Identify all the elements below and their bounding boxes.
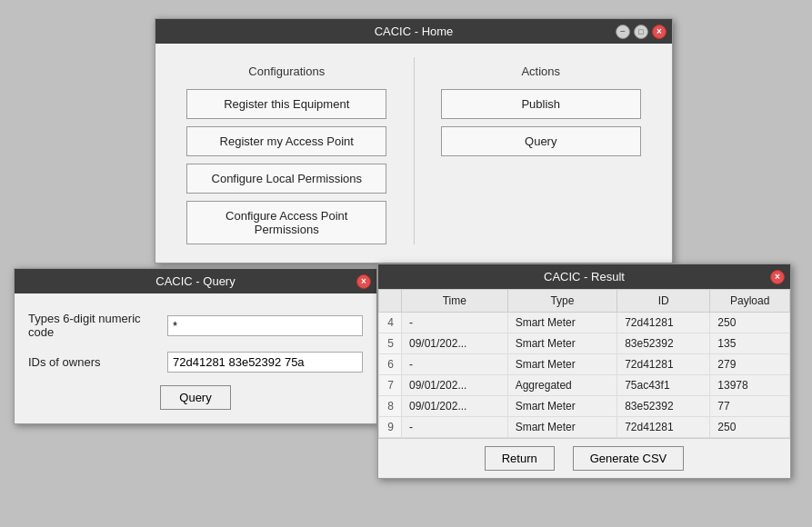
col-num-header [379,290,402,313]
result-window: CACIC - Result Time Type ID Payload [377,264,791,479]
home-minimize-button[interactable] [616,25,630,39]
result-table-container[interactable]: Time Type ID Payload 4 - Smart Meter 72d… [378,289,790,439]
cell-payload: 250 [710,417,790,438]
home-window-controls [616,25,667,39]
cell-type: Smart Meter [507,396,617,417]
cell-type: Smart Meter [507,354,617,375]
query-home-button[interactable]: Query [441,126,641,156]
actions-header: Actions [428,57,655,89]
col-time-header: Time [402,290,508,313]
cell-num: 8 [379,396,402,417]
numeric-code-row: Types 6-digit numeric code [28,312,363,339]
cell-num: 7 [379,375,402,396]
close-icon [775,272,780,282]
cell-payload: 279 [710,354,790,375]
cell-payload: 13978 [710,375,790,396]
cell-num: 4 [379,313,402,333]
result-table-body: 4 - Smart Meter 72d41281 250 5 09/01/202… [379,313,790,438]
cell-time: - [402,354,508,375]
minimize-icon [620,26,626,36]
query-titlebar: CACIC - Query [15,269,376,293]
query-window-controls [356,274,371,289]
cell-type: Smart Meter [507,313,617,333]
result-title: CACIC - Result [387,270,781,283]
owners-label: IDs of owners [28,355,160,369]
cell-time: - [402,417,508,438]
cell-num: 6 [379,354,402,375]
table-row: 7 09/01/202... Aggregated 75ac43f1 13978 [379,375,790,396]
configure-local-permissions-button[interactable]: Configure Local Permissions [186,164,386,194]
register-equipment-button[interactable]: Register this Equipment [186,89,386,119]
cell-id: 72d41281 [617,313,710,333]
cell-id: 72d41281 [617,354,710,375]
result-content: Time Type ID Payload 4 - Smart Meter 72d… [378,289,790,478]
configure-access-point-permissions-button[interactable]: Configure Access Point Permissions [186,201,386,244]
cell-time: 09/01/202... [402,375,508,396]
maximize-icon [638,26,643,36]
owners-row: IDs of owners [28,352,363,373]
query-content: Types 6-digit numeric code IDs of owners… [15,293,376,423]
cell-num: 9 [379,417,402,438]
configurations-header: Configurations [174,57,400,89]
cell-id: 75ac43f1 [617,375,710,396]
owners-input[interactable] [167,352,363,373]
home-window: CACIC - Home Configurations Register thi… [155,18,673,264]
return-button[interactable]: Return [485,446,555,471]
register-access-point-button[interactable]: Register my Access Point [186,126,386,156]
query-window: CACIC - Query Types 6-digit numeric code… [14,268,377,424]
cell-id: 72d41281 [617,417,710,438]
header-row: Time Type ID Payload [379,290,790,313]
table-row: 8 09/01/202... Smart Meter 83e52392 77 [379,396,790,417]
home-content: Configurations Register this Equipment R… [155,44,672,263]
col-payload-header: Payload [710,290,790,313]
cell-payload: 135 [710,333,790,354]
configurations-column: Configurations Register this Equipment R… [174,57,415,244]
cell-time: - [402,313,508,333]
numeric-code-input[interactable] [167,315,363,336]
close-icon [361,276,366,286]
cell-type: Smart Meter [507,333,617,354]
configurations-buttons: Register this Equipment Register my Acce… [174,89,400,244]
cell-time: 09/01/202... [402,396,508,417]
table-row: 5 09/01/202... Smart Meter 83e52392 135 [379,333,790,354]
query-close-button[interactable] [356,274,371,289]
cell-payload: 250 [710,313,790,333]
cell-type: Aggregated [507,375,617,396]
query-submit-button[interactable]: Query [160,385,230,410]
query-title: CACIC - Query [24,274,367,288]
result-footer: Return Generate CSV [378,439,790,478]
generate-csv-button[interactable]: Generate CSV [573,446,685,471]
home-columns: Configurations Register this Equipment R… [174,57,654,244]
home-close-button[interactable] [652,25,667,39]
query-button-row: Query [28,385,363,410]
cell-id: 83e52392 [617,396,710,417]
result-close-button[interactable] [770,270,785,284]
cell-id: 83e52392 [617,333,710,354]
result-titlebar: CACIC - Result [378,264,790,289]
table-row: 9 - Smart Meter 72d41281 250 [379,417,790,438]
result-table: Time Type ID Payload 4 - Smart Meter 72d… [378,289,790,438]
table-row: 4 - Smart Meter 72d41281 250 [379,313,790,333]
actions-buttons: Publish Query [428,89,655,156]
numeric-code-label: Types 6-digit numeric code [28,312,160,339]
home-title: CACIC - Home [165,25,663,38]
col-id-header: ID [617,290,710,313]
cell-type: Smart Meter [507,417,617,438]
home-maximize-button[interactable] [634,25,648,39]
cell-time: 09/01/202... [402,333,508,354]
publish-button[interactable]: Publish [441,89,641,119]
cell-num: 5 [379,333,402,354]
cell-payload: 77 [710,396,790,417]
actions-column: Actions Publish Query [415,57,655,244]
home-titlebar: CACIC - Home [155,19,672,44]
close-icon [657,26,662,36]
table-row: 6 - Smart Meter 72d41281 279 [379,354,790,375]
col-type-header: Type [507,290,617,313]
result-window-controls [770,270,785,284]
result-table-header: Time Type ID Payload [379,290,790,313]
